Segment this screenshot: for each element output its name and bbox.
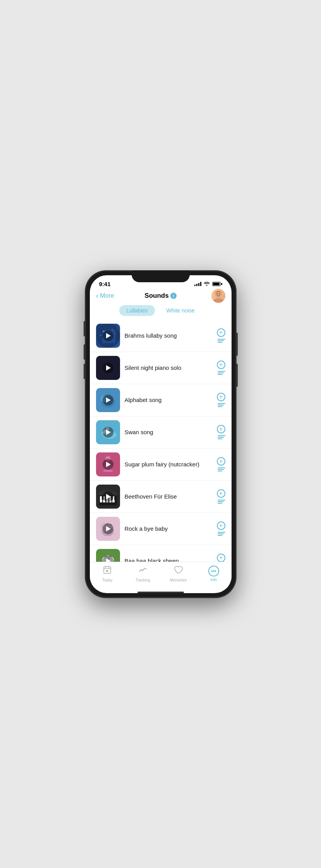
list-item: Baa baa black sheep + bbox=[90, 545, 232, 562]
play-button-rock[interactable] bbox=[103, 523, 113, 534]
song-name-baa: Baa baa black sheep bbox=[125, 557, 212, 562]
list-item: Sugar plum fairy (nutcracker) + bbox=[90, 449, 232, 481]
song-thumbnail-silent[interactable] bbox=[96, 356, 120, 380]
song-thumbnail-baa[interactable] bbox=[96, 549, 120, 562]
song-thumbnail-brahms[interactable] bbox=[96, 324, 120, 348]
info-badge[interactable]: i bbox=[170, 293, 177, 299]
song-name-swan: Swan song bbox=[125, 429, 212, 435]
tab-today[interactable]: Today bbox=[96, 565, 119, 582]
signal-icon bbox=[194, 281, 201, 286]
svg-rect-58 bbox=[106, 570, 108, 572]
svg-point-7 bbox=[112, 329, 113, 330]
svg-point-10 bbox=[115, 334, 116, 335]
song-thumbnail-swan[interactable] bbox=[96, 420, 120, 444]
tab-memories[interactable]: Memories bbox=[167, 565, 190, 582]
status-icons bbox=[194, 281, 222, 287]
header: ‹ More Sounds i bbox=[90, 289, 232, 302]
tab-today-label: Today bbox=[102, 578, 113, 582]
heart-icon bbox=[173, 565, 183, 577]
tab-memories-label: Memories bbox=[170, 578, 187, 582]
list-item: Silent night piano solo + bbox=[90, 352, 232, 384]
notch bbox=[132, 271, 190, 282]
song-name-alphabet: Alphabet song bbox=[125, 397, 212, 403]
list-item: Brahms lullaby song + bbox=[90, 320, 232, 352]
avatar[interactable] bbox=[211, 289, 225, 303]
add-to-list-rock[interactable]: + bbox=[217, 521, 225, 536]
category-tabs: Lullabies White noise bbox=[90, 302, 232, 320]
tab-white-noise[interactable]: White noise bbox=[160, 305, 202, 316]
svg-point-2 bbox=[216, 293, 218, 294]
svg-rect-54 bbox=[104, 567, 111, 573]
song-name-brahms: Brahms lullaby song bbox=[125, 332, 212, 339]
add-to-list-brahms[interactable]: + bbox=[217, 328, 225, 343]
song-thumbnail-sugar[interactable] bbox=[96, 452, 120, 476]
tab-tracking[interactable]: Tracking bbox=[131, 565, 154, 582]
add-to-list-alphabet[interactable]: + bbox=[217, 393, 225, 407]
list-item: Beethoven Für Elise + bbox=[90, 481, 232, 513]
play-button-brahms[interactable] bbox=[103, 330, 113, 341]
list-item: Rock a bye baby + bbox=[90, 513, 232, 545]
home-indicator bbox=[137, 592, 184, 593]
song-name-beethoven: Beethoven Für Elise bbox=[125, 493, 212, 500]
svg-point-9 bbox=[100, 335, 101, 336]
tracking-icon bbox=[138, 565, 148, 577]
add-to-list-swan[interactable]: + bbox=[217, 425, 225, 439]
svg-rect-30 bbox=[114, 496, 116, 500]
info-tab-icon: ••• bbox=[208, 566, 219, 576]
song-name-rock: Rock a bye baby bbox=[125, 525, 212, 532]
play-button-sugar[interactable] bbox=[103, 459, 113, 470]
song-name-silent: Silent night piano solo bbox=[125, 364, 212, 371]
song-name-sugar: Sugar plum fairy (nutcracker) bbox=[125, 461, 212, 468]
play-button-alphabet[interactable] bbox=[103, 395, 113, 406]
phone-frame: 9:41 bbox=[85, 271, 236, 598]
tab-info[interactable]: ••• Info bbox=[202, 566, 225, 582]
song-list: Brahms lullaby song + bbox=[90, 320, 232, 562]
tab-lullabies[interactable]: Lullabies bbox=[119, 305, 154, 316]
svg-point-3 bbox=[219, 293, 220, 294]
add-to-list-beethoven[interactable]: + bbox=[217, 489, 225, 504]
status-time: 9:41 bbox=[99, 281, 111, 287]
song-thumbnail-beethoven[interactable] bbox=[96, 485, 120, 509]
add-to-list-silent[interactable]: + bbox=[217, 361, 225, 375]
phone-screen: 9:41 bbox=[90, 275, 232, 593]
back-button[interactable]: ‹ More bbox=[96, 292, 114, 299]
avatar-image bbox=[211, 289, 225, 303]
back-chevron-icon: ‹ bbox=[96, 292, 99, 299]
tab-tracking-label: Tracking bbox=[136, 578, 150, 582]
play-button-swan[interactable] bbox=[103, 427, 113, 438]
tab-info-label: Info bbox=[210, 578, 217, 582]
back-label: More bbox=[100, 292, 114, 299]
play-button-silent[interactable] bbox=[103, 362, 113, 373]
tab-bar: Today Tracking Memories bbox=[90, 562, 232, 590]
list-item: Alphabet song + bbox=[90, 384, 232, 416]
song-thumbnail-rock[interactable] bbox=[96, 517, 120, 541]
wifi-icon bbox=[204, 281, 210, 287]
add-to-list-sugar[interactable]: + bbox=[217, 457, 225, 471]
battery-icon bbox=[212, 282, 222, 286]
calendar-icon bbox=[103, 565, 112, 577]
play-button-beethoven[interactable] bbox=[103, 491, 113, 502]
song-thumbnail-alphabet[interactable] bbox=[96, 388, 120, 412]
page-title: Sounds i bbox=[144, 292, 176, 300]
list-item: Swan song + bbox=[90, 416, 232, 449]
add-to-list-baa[interactable]: + bbox=[217, 554, 225, 562]
